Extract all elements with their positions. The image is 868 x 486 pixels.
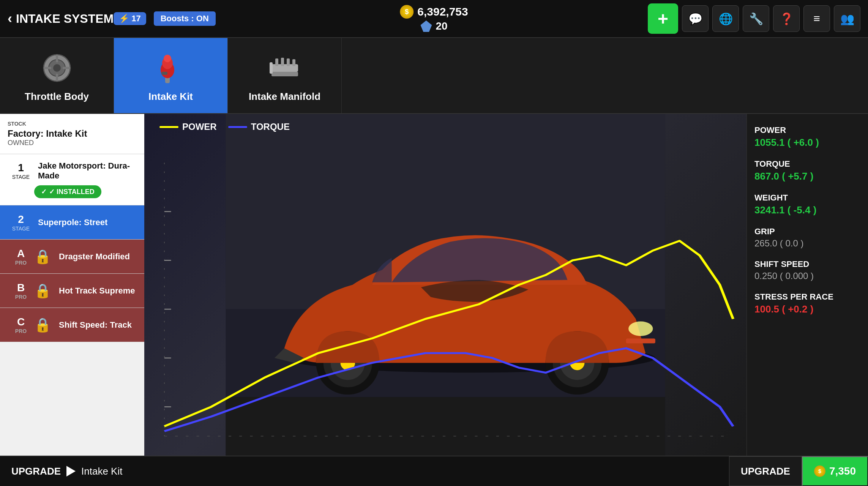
- upgrade-list: STOCK Factory: Intake Kit OWNED 1 STAGE …: [0, 114, 144, 456]
- boost-badge[interactable]: Boosts : ON: [154, 11, 216, 26]
- stat-weight-value: 3241.1 ( -5.4 ): [754, 204, 860, 216]
- svg-rect-23: [626, 338, 655, 343]
- upgrade-button[interactable]: UPGRADE: [729, 456, 802, 486]
- price-coin-icon: $: [814, 465, 825, 477]
- svg-rect-11: [161, 72, 167, 75]
- users-button[interactable]: 👥: [834, 5, 860, 32]
- wrench-button[interactable]: 🔧: [743, 5, 769, 32]
- globe-button[interactable]: 🌐: [712, 5, 739, 32]
- currency-center: $ 6,392,753 20: [400, 5, 468, 32]
- torque-legend-label: TORQUE: [251, 122, 290, 132]
- back-button[interactable]: ‹ INTAKE SYSTEM: [8, 11, 114, 27]
- upgrade-item-stage2[interactable]: 2 STAGE Superpole: Street: [0, 205, 144, 240]
- svg-rect-16: [292, 59, 295, 66]
- svg-rect-3: [56, 55, 58, 62]
- svg-rect-21: [226, 397, 665, 456]
- pro-c-text: PRO: [15, 328, 27, 334]
- upgrade-item-stage1[interactable]: 1 STAGE Jake Motorsport: Dura-Made ✓ ✓ I…: [0, 154, 144, 205]
- pro-c-name: Shift Speed: Track: [59, 320, 137, 330]
- lock-icon-b: 🔒: [34, 283, 51, 299]
- stat-weight: WEIGHT 3241.1 ( -5.4 ): [754, 193, 860, 216]
- chart-legend: POWER TORQUE: [159, 122, 290, 132]
- stage2-name: Superpole: Street: [38, 218, 137, 227]
- pro-b-info: Hot Track Supreme: [55, 286, 137, 296]
- tab-intake-manifold-label: Intake Manifold: [249, 91, 320, 103]
- main-content: STOCK Factory: Intake Kit OWNED 1 STAGE …: [0, 114, 868, 456]
- pro-c-num: C: [17, 316, 25, 328]
- pro-c-label: C PRO: [8, 316, 34, 334]
- pro-a-label: A PRO: [8, 248, 34, 266]
- bottom-bar: UPGRADE Intake Kit UPGRADE $ 7,350: [0, 456, 868, 486]
- car-visual: [144, 114, 746, 456]
- upgrade-item-pro-a[interactable]: A PRO 🔒 Dragster Modified: [0, 240, 144, 274]
- add-button[interactable]: +: [648, 3, 678, 34]
- installed-badge: ✓ ✓ INSTALLED: [34, 185, 101, 198]
- upgrade-item-pro-c[interactable]: C PRO 🔒 Shift Speed: Track: [0, 308, 144, 342]
- stat-torque-label: TORQUE: [754, 159, 860, 169]
- stage1-label: 1 STAGE: [8, 162, 34, 180]
- stage2-label: 2 STAGE: [8, 213, 34, 232]
- top-right-nav: + 💬 🌐 🔧 ❓ ≡ 👥: [648, 3, 860, 34]
- upgrade-item-stock[interactable]: STOCK Factory: Intake Kit OWNED: [0, 114, 144, 154]
- intake-kit-icon: [152, 49, 190, 87]
- price-label: 7,350: [829, 465, 856, 477]
- price-button[interactable]: $ 7,350: [802, 456, 868, 486]
- lightning-icon: ⚡: [119, 14, 129, 24]
- stat-stress: STRESS PER RACE 100.5 ( +0.2 ): [754, 292, 860, 315]
- stat-grip: GRIP 265.0 ( 0.0 ): [754, 227, 860, 249]
- pro-a-num: A: [17, 248, 25, 260]
- stage1-text: STAGE: [12, 174, 30, 180]
- power-legend-label: POWER: [182, 122, 217, 132]
- power-line-icon: [159, 126, 178, 128]
- tab-intake-kit-label: Intake Kit: [148, 91, 193, 103]
- pro-a-name: Dragster Modified: [59, 252, 137, 262]
- svg-rect-15: [287, 58, 290, 66]
- stat-torque: TORQUE 867.0 ( +5.7 ): [754, 159, 860, 182]
- installed-label: ✓ INSTALLED: [49, 188, 95, 196]
- tab-intake-manifold[interactable]: Intake Manifold: [228, 38, 342, 113]
- stat-power: POWER 1055.1 ( +6.0 ): [754, 125, 860, 148]
- throttle-body-icon: [38, 49, 76, 87]
- menu-button[interactable]: ≡: [803, 5, 830, 32]
- tab-intake-kit[interactable]: Intake Kit: [114, 38, 228, 113]
- upgrade-item-pro-b[interactable]: B PRO 🔒 Hot Track Supreme: [0, 274, 144, 308]
- svg-rect-4: [56, 74, 58, 81]
- pro-b-label: B PRO: [8, 282, 34, 300]
- pro-a-info: Dragster Modified: [55, 252, 137, 262]
- pro-b-name: Hot Track Supreme: [59, 286, 137, 296]
- lock-icon-c: 🔒: [34, 317, 51, 333]
- chat-button[interactable]: 💬: [682, 5, 709, 32]
- help-button[interactable]: ❓: [773, 5, 800, 32]
- stock-name: Factory: Intake Kit: [8, 128, 137, 139]
- upgrade-label: UPGRADE: [11, 465, 61, 477]
- stat-power-label: POWER: [754, 125, 860, 135]
- play-icon: [66, 466, 76, 477]
- check-icon: ✓: [41, 188, 47, 196]
- intake-manifold-icon: [266, 49, 304, 87]
- top-bar: ‹ INTAKE SYSTEM ⚡ 17 Boosts : ON $ 6,392…: [0, 0, 868, 38]
- stat-shift-speed: SHIFT SPEED 0.250 ( 0.000 ): [754, 259, 860, 281]
- coin-currency-row: $ 6,392,753: [400, 5, 468, 19]
- center-view: POWER TORQUE: [144, 114, 746, 456]
- stat-weight-label: WEIGHT: [754, 193, 860, 203]
- upgrade-item-label: Intake Kit: [81, 465, 122, 477]
- tabs-row: Throttle Body Intake Kit: [0, 38, 868, 114]
- upgrade-btn-label: UPGRADE: [741, 465, 790, 477]
- stat-power-value: 1055.1 ( +6.0 ): [754, 137, 860, 148]
- svg-rect-5: [44, 67, 51, 69]
- svg-point-32: [628, 321, 653, 336]
- gem-icon: [420, 21, 432, 32]
- tab-throttle-body[interactable]: Throttle Body: [0, 38, 114, 113]
- stage1-num: 1: [18, 162, 24, 174]
- right-stats-panel: POWER 1055.1 ( +6.0 ) TORQUE 867.0 ( +5.…: [746, 114, 868, 456]
- stat-stress-label: STRESS PER RACE: [754, 292, 860, 302]
- stat-grip-value: 265.0 ( 0.0 ): [754, 238, 860, 249]
- owned-badge: OWNED: [8, 139, 137, 147]
- pro-b-num: B: [17, 282, 25, 294]
- back-arrow-icon: ‹: [8, 11, 12, 27]
- svg-rect-18: [270, 62, 273, 74]
- coin-amount: 6,392,753: [417, 5, 468, 18]
- lightning-count: 17: [131, 14, 140, 24]
- stat-torque-value: 867.0 ( +5.7 ): [754, 170, 860, 182]
- svg-rect-14: [281, 58, 284, 66]
